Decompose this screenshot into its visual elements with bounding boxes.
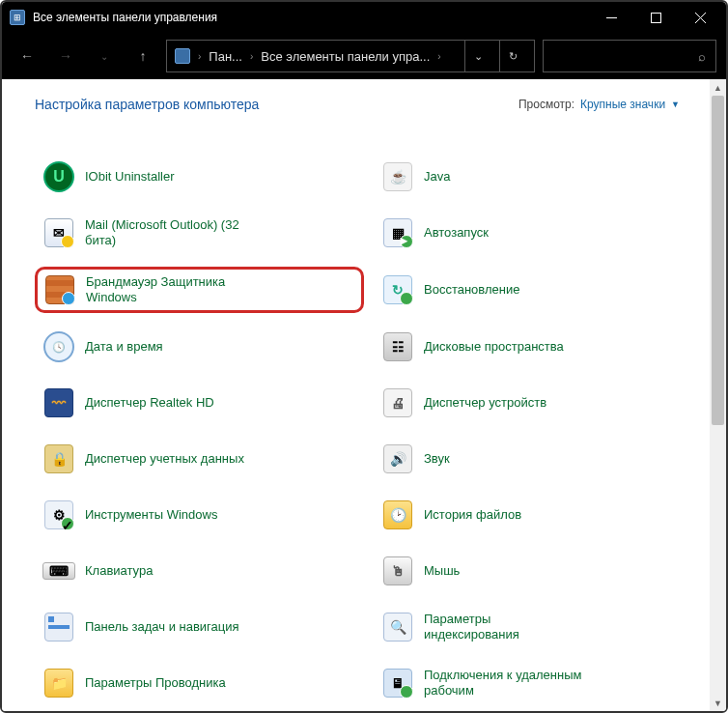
item-label: Брандмауэр Защитника Windows — [86, 274, 250, 306]
scroll-track[interactable] — [710, 96, 726, 695]
item-label: Автозапуск — [424, 225, 489, 241]
mouse-icon: 🖱 — [381, 555, 414, 587]
explorer-icon: 📁 — [42, 667, 75, 699]
cp-item-tools[interactable]: ⚙✓Инструменты Windows — [35, 493, 364, 537]
remote-icon: 🖥 — [381, 667, 414, 699]
window-controls — [589, 3, 722, 32]
autorun-icon: ▦▶ — [381, 216, 414, 249]
item-label: Java — [424, 169, 450, 185]
cp-item-filehist[interactable]: 🕑История файлов — [374, 493, 703, 537]
java-icon: ☕ — [381, 160, 414, 193]
item-label: Параметры Проводника — [85, 675, 226, 691]
item-label: Мышь — [424, 563, 460, 579]
item-label: Инструменты Windows — [85, 507, 217, 523]
control-panel-icon: ⊞ — [10, 10, 25, 25]
nav-recent-button[interactable]: ⌄ — [89, 39, 120, 73]
item-label: Панель задач и навигация — [85, 619, 239, 635]
items-grid: UIObit Uninstaller☕Java✉Mail (Microsoft … — [35, 155, 703, 711]
storage-icon: ☷ — [381, 330, 414, 363]
item-label: Дисковые пространства — [424, 339, 564, 355]
cp-item-iobit[interactable]: UIObit Uninstaller — [35, 155, 364, 199]
address-history-dropdown[interactable]: ⌄ — [464, 41, 491, 71]
item-label: История файлов — [424, 507, 521, 523]
cp-item-remote[interactable]: 🖥Подключения к удаленным рабочим — [374, 661, 703, 705]
item-label: Клавиатура — [85, 563, 153, 579]
search-icon: ⌕ — [698, 49, 706, 64]
cp-item-autorun[interactable]: ▦▶Автозапуск — [374, 211, 703, 255]
cp-item-mouse[interactable]: 🖱Мышь — [374, 549, 703, 593]
iobit-icon: U — [42, 160, 75, 193]
item-label: Диспетчер устройств — [424, 395, 546, 411]
cp-item-taskbar[interactable]: Панель задач и навигация — [35, 605, 364, 649]
devmgr-icon: 🖨 — [381, 386, 414, 419]
cp-item-keyboard[interactable]: ⌨Клавиатура — [35, 549, 364, 593]
content-header: Настройка параметров компьютера Просмотр… — [35, 97, 703, 112]
keyboard-icon: ⌨ — [42, 555, 75, 587]
view-value: Крупные значки — [580, 98, 665, 111]
caret-down-icon: ▼ — [671, 100, 680, 109]
scroll-up-button[interactable]: ▲ — [710, 79, 726, 96]
chevron-right-icon: › — [250, 51, 253, 62]
view-label: Просмотр: — [518, 98, 574, 111]
restore-icon: ↻ — [381, 273, 414, 306]
index-icon: 🔍 — [381, 611, 414, 643]
nav-up-button[interactable]: ↑ — [127, 39, 158, 73]
item-label: Диспетчер учетных данных — [85, 451, 244, 467]
cp-item-explorer[interactable]: 📁Параметры Проводника — [35, 661, 364, 705]
cp-item-cred[interactable]: 🔒Диспетчер учетных данных — [35, 437, 364, 481]
cp-item-mail[interactable]: ✉Mail (Microsoft Outlook) (32 бита) — [35, 211, 364, 255]
cp-item-index[interactable]: 🔍Параметры индексирования — [374, 605, 703, 649]
taskbar-icon — [42, 611, 75, 643]
search-input[interactable]: ⌕ — [543, 40, 716, 72]
cp-item-firewall[interactable]: Брандмауэр Защитника Windows — [35, 267, 364, 313]
vertical-scrollbar[interactable]: ▲ ▼ — [710, 79, 726, 711]
cp-item-clock[interactable]: 🕓Дата и время — [35, 325, 364, 369]
cred-icon: 🔒 — [42, 442, 75, 475]
item-label: Диспетчер Realtek HD — [85, 395, 214, 411]
navigation-toolbar: ← → ⌄ ↑ › Пан... › Все элементы панели у… — [2, 33, 726, 79]
item-label: Подключения к удаленным рабочим — [424, 668, 588, 699]
tools-icon: ⚙✓ — [42, 499, 75, 531]
cp-item-devmgr[interactable]: 🖨Диспетчер устройств — [374, 381, 703, 425]
chevron-right-icon: › — [437, 51, 440, 62]
cp-item-sound[interactable]: 🔊Звук — [374, 437, 703, 481]
view-selector[interactable]: Просмотр: Крупные значки ▼ — [518, 98, 680, 111]
item-label: IObit Uninstaller — [85, 169, 174, 185]
clock-icon: 🕓 — [42, 330, 75, 363]
cp-item-restore[interactable]: ↻Восстановление — [374, 267, 703, 313]
cp-item-realtek[interactable]: 〰Диспетчер Realtek HD — [35, 381, 364, 425]
item-label: Восстановление — [424, 282, 519, 298]
window-title: Все элементы панели управления — [33, 11, 589, 24]
sound-icon: 🔊 — [381, 442, 414, 475]
nav-back-button[interactable]: ← — [12, 39, 42, 73]
cp-item-storage[interactable]: ☷Дисковые пространства — [374, 325, 703, 369]
control-panel-window: ⊞ Все элементы панели управления ← → ⌄ ↑… — [2, 2, 726, 711]
control-panel-mini-icon — [175, 48, 190, 64]
scroll-thumb[interactable] — [712, 96, 724, 425]
page-title: Настройка параметров компьютера — [35, 97, 259, 112]
breadcrumb-seg-2[interactable]: Все элементы панели упра... — [261, 49, 430, 64]
svg-rect-1 — [651, 13, 660, 22]
item-label: Mail (Microsoft Outlook) (32 бита) — [85, 217, 249, 249]
breadcrumb-seg-1[interactable]: Пан... — [209, 49, 242, 64]
cp-item-java[interactable]: ☕Java — [374, 155, 703, 199]
content-area: Настройка параметров компьютера Просмотр… — [2, 79, 726, 711]
scroll-down-button[interactable]: ▼ — [710, 695, 726, 711]
chevron-right-icon: › — [198, 51, 201, 62]
item-label: Дата и время — [85, 339, 163, 355]
close-button[interactable] — [678, 3, 722, 32]
item-label: Звук — [424, 451, 450, 467]
filehist-icon: 🕑 — [381, 499, 414, 531]
maximize-button[interactable] — [633, 3, 678, 32]
titlebar: ⊞ Все элементы панели управления — [2, 2, 726, 33]
item-label: Параметры индексирования — [424, 612, 588, 643]
minimize-button[interactable] — [589, 3, 633, 32]
address-bar[interactable]: › Пан... › Все элементы панели упра... ›… — [166, 40, 535, 72]
mail-icon: ✉ — [42, 216, 75, 249]
refresh-button[interactable]: ↻ — [499, 41, 526, 71]
nav-forward-button[interactable]: → — [50, 39, 81, 73]
firewall-icon — [43, 273, 76, 306]
realtek-icon: 〰 — [42, 386, 75, 419]
